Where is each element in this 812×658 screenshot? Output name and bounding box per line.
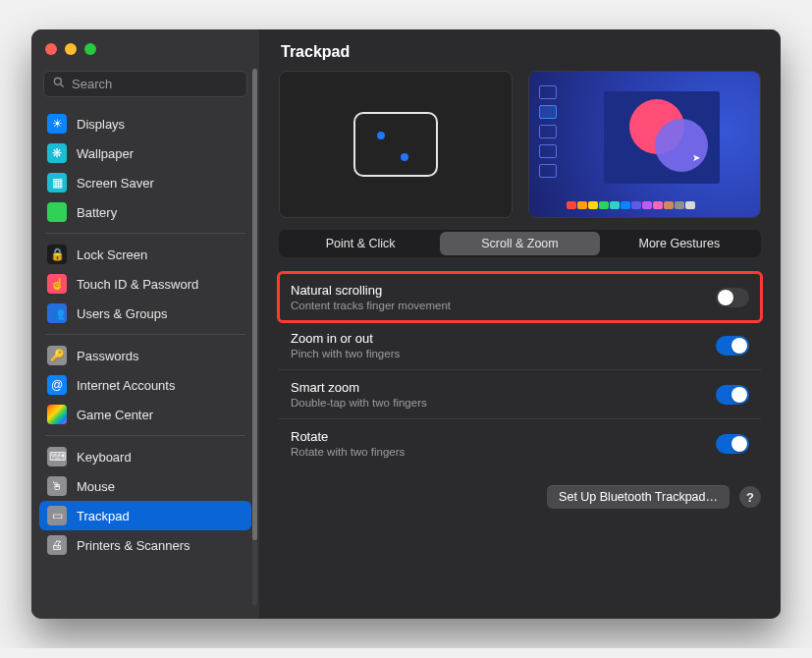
sidebar-item-label: Wallpaper bbox=[77, 146, 134, 161]
tab-scroll-zoom[interactable]: Scroll & Zoom bbox=[440, 232, 599, 255]
setting-row-rotate: RotateRotate with two fingers bbox=[279, 418, 761, 467]
setting-row-natural-scrolling: Natural scrollingContent tracks finger m… bbox=[279, 273, 761, 321]
sidebar-item-label: Internet Accounts bbox=[77, 378, 175, 393]
sidebar-item-wallpaper[interactable]: ❋Wallpaper bbox=[39, 138, 251, 168]
sidebar-item-label: Keyboard bbox=[77, 450, 132, 465]
sidebar-separator bbox=[45, 334, 245, 335]
setting-text: Zoom in or outPinch with two fingers bbox=[291, 331, 400, 359]
toggle-rotate[interactable] bbox=[716, 434, 749, 454]
color-swatch bbox=[685, 201, 695, 209]
color-swatch bbox=[653, 201, 663, 209]
sidebar-list: ☀Displays❋Wallpaper▦Screen SaverBattery🔒… bbox=[31, 105, 259, 619]
color-swatch bbox=[599, 201, 609, 209]
main-pane: Trackpad ➤ bbox=[259, 29, 781, 619]
toggle-knob bbox=[718, 290, 733, 305]
trackpad-preview bbox=[279, 71, 513, 218]
setting-title: Smart zoom bbox=[291, 380, 427, 395]
sidebar-item-battery[interactable]: Battery bbox=[39, 197, 251, 227]
setup-bluetooth-trackpad-button[interactable]: Set Up Bluetooth Trackpad… bbox=[547, 485, 730, 509]
toggle-smart-zoom[interactable] bbox=[716, 385, 749, 405]
search-icon bbox=[52, 76, 72, 92]
sidebar-scrollbar[interactable] bbox=[252, 69, 257, 605]
color-swatch bbox=[642, 201, 652, 209]
sidebar-item-lock-screen[interactable]: 🔒Lock Screen bbox=[39, 240, 251, 269]
toggle-natural-scrolling[interactable] bbox=[716, 288, 749, 307]
close-window-button[interactable] bbox=[45, 43, 57, 55]
setting-text: Natural scrollingContent tracks finger m… bbox=[291, 283, 451, 311]
sidebar-item-label: Printers & Scanners bbox=[77, 538, 190, 553]
sidebar-item-trackpad[interactable]: ▭Trackpad bbox=[39, 501, 251, 530]
sidebar-item-label: Passwords bbox=[77, 349, 139, 363]
sidebar-search[interactable] bbox=[43, 71, 247, 97]
finger-dot-icon bbox=[401, 153, 408, 161]
sidebar-item-game-center[interactable]: Game Center bbox=[39, 400, 251, 429]
preview-thumbnails bbox=[539, 85, 557, 178]
sidebar-icon: ☝ bbox=[47, 274, 67, 294]
trackpad-outline-icon bbox=[353, 112, 438, 177]
setting-desc: Content tracks finger movement bbox=[291, 300, 451, 311]
sidebar-item-printers-scanners[interactable]: 🖨Printers & Scanners bbox=[39, 530, 251, 560]
svg-line-1 bbox=[61, 84, 64, 87]
setting-row-smart-zoom: Smart zoomDouble-tap with two fingers bbox=[279, 369, 761, 418]
sidebar-icon: 🔑 bbox=[47, 346, 67, 365]
preview-row: ➤ bbox=[279, 71, 761, 218]
toggle-knob bbox=[731, 338, 747, 354]
color-swatch bbox=[631, 201, 641, 209]
setting-desc: Pinch with two fingers bbox=[291, 348, 400, 359]
color-swatch bbox=[588, 201, 598, 209]
help-button[interactable]: ? bbox=[739, 486, 761, 508]
toggle-zoom-in-or-out[interactable] bbox=[716, 336, 749, 356]
cursor-icon: ➤ bbox=[692, 152, 700, 163]
svg-point-0 bbox=[54, 78, 61, 84]
tab-point-click[interactable]: Point & Click bbox=[281, 232, 440, 255]
color-swatches bbox=[567, 201, 749, 209]
toggle-knob bbox=[731, 387, 747, 403]
sidebar-item-passwords[interactable]: 🔑Passwords bbox=[39, 341, 251, 370]
sidebar-icon: ▦ bbox=[47, 173, 67, 192]
color-swatch bbox=[577, 201, 587, 209]
sidebar-icon bbox=[47, 202, 67, 222]
zoom-window-button[interactable] bbox=[84, 43, 96, 55]
sidebar-item-touch-id-password[interactable]: ☝Touch ID & Password bbox=[39, 269, 251, 299]
sidebar-item-label: Trackpad bbox=[77, 509, 130, 523]
sidebar-icon: 👥 bbox=[47, 303, 67, 323]
color-swatch bbox=[567, 201, 576, 209]
preview-canvas: ➤ bbox=[604, 91, 720, 184]
color-swatch bbox=[621, 201, 630, 209]
page-title: Trackpad bbox=[279, 43, 761, 71]
setting-title: Zoom in or out bbox=[291, 331, 400, 346]
sidebar-icon: @ bbox=[47, 375, 67, 395]
sidebar-icon: 🖨 bbox=[47, 535, 67, 555]
sidebar-item-users-groups[interactable]: 👥Users & Groups bbox=[39, 299, 251, 328]
sidebar-icon bbox=[47, 405, 67, 424]
sidebar-scrollthumb[interactable] bbox=[252, 69, 257, 540]
sidebar-item-mouse[interactable]: 🖱Mouse bbox=[39, 471, 251, 501]
minimize-window-button[interactable] bbox=[65, 43, 77, 55]
setting-desc: Double-tap with two fingers bbox=[291, 397, 427, 409]
sidebar-item-label: Screen Saver bbox=[77, 176, 154, 191]
search-input[interactable] bbox=[72, 77, 239, 91]
setting-title: Natural scrolling bbox=[291, 283, 451, 298]
tab-bar: Point & ClickScroll & ZoomMore Gestures bbox=[279, 230, 761, 257]
sidebar-item-label: Displays bbox=[77, 117, 125, 132]
sidebar-item-internet-accounts[interactable]: @Internet Accounts bbox=[39, 370, 251, 400]
sidebar-icon: ▭ bbox=[47, 506, 67, 525]
setting-row-zoom-in-or-out: Zoom in or outPinch with two fingers bbox=[279, 321, 761, 369]
finger-dot-icon bbox=[377, 132, 385, 139]
sidebar-icon: 🔒 bbox=[47, 245, 67, 264]
setting-text: Smart zoomDouble-tap with two fingers bbox=[291, 380, 427, 409]
sidebar-item-label: Battery bbox=[77, 205, 117, 220]
sidebar-item-label: Touch ID & Password bbox=[77, 277, 198, 292]
tab-more-gestures[interactable]: More Gestures bbox=[600, 232, 759, 255]
window-controls bbox=[31, 29, 259, 61]
display-preview: ➤ bbox=[528, 71, 762, 218]
sidebar-item-displays[interactable]: ☀Displays bbox=[39, 109, 251, 138]
sidebar-icon: 🖱 bbox=[47, 476, 67, 496]
color-swatch bbox=[610, 201, 620, 209]
sidebar-item-keyboard[interactable]: ⌨Keyboard bbox=[39, 442, 251, 471]
sidebar-item-label: Game Center bbox=[77, 408, 153, 422]
sidebar-separator bbox=[45, 435, 245, 436]
sidebar-item-screen-saver[interactable]: ▦Screen Saver bbox=[39, 168, 251, 197]
purple-circle-icon bbox=[655, 119, 708, 172]
sidebar-separator bbox=[45, 233, 245, 234]
